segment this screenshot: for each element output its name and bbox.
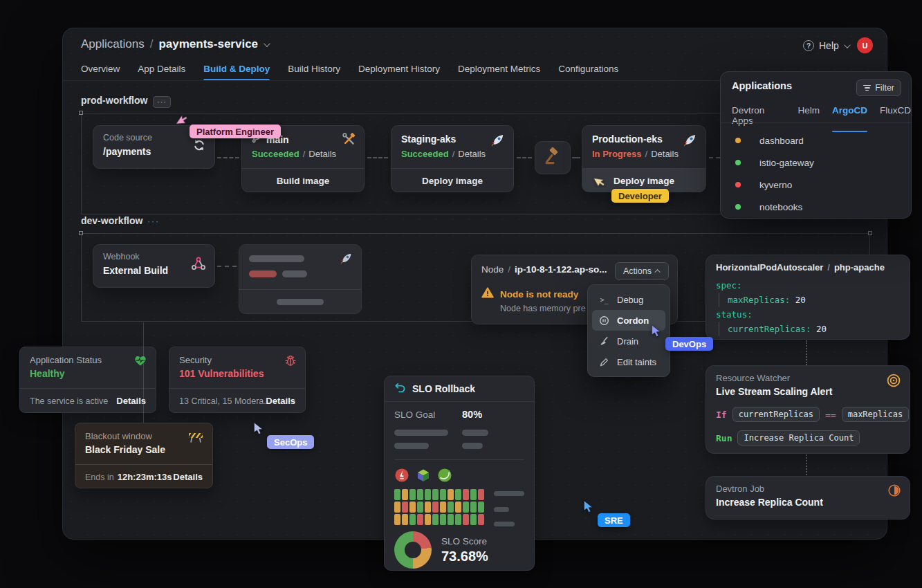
applications-panel-title: Applications [732,80,792,91]
code-source-label: Code source [103,133,152,143]
staging-pipeline-card[interactable]: Staging-aks Succeeded / Details Deploy i… [391,125,514,192]
staging-details-link[interactable]: Details [458,149,486,159]
app-root: Applications / payments-service ? Help U… [0,0,922,588]
yaml-key: status: [716,309,753,320]
divider [239,289,361,290]
pending-pipeline-card[interactable] [239,244,362,314]
tab-bar: Overview App Details Build & Deploy Buil… [81,64,618,81]
tab-deployment-history[interactable]: Deployment History [358,64,440,81]
tab-helm[interactable]: Helm [797,105,820,132]
tab-argocd[interactable]: ArgoCD [832,105,867,132]
progress-moon-icon [887,484,901,500]
details-link[interactable]: Details [173,472,203,482]
card-footer: The service is active Details [20,388,156,413]
connector-line [143,322,144,423]
breadcrumb-app[interactable]: payments-service [158,37,258,51]
tab-fluxcd[interactable]: FluxCD [880,105,911,132]
list-item[interactable]: dashboard [721,129,911,151]
security-footer-text: 13 Critical, 15 Modera... [179,396,266,406]
connector-line [517,157,532,158]
resize-handle[interactable] [79,111,83,115]
avatar[interactable]: U [857,37,873,53]
yaml-key: maxReplicas: [728,295,790,305]
tab-configurations[interactable]: Configurations [558,64,618,81]
list-item[interactable]: kyverno [721,174,911,196]
pause-circle-icon [598,315,610,326]
bug-icon [284,354,297,369]
menu-item-label: Drain [617,336,638,347]
production-details-link[interactable]: Details [651,149,679,159]
devops-cursor [651,324,663,338]
blackout-window-card: Blackout window Black Friday Sale Ends i… [75,423,213,488]
sre-label: SRE [598,513,630,527]
filter-label: Filter [875,83,894,93]
slo-heatmap [394,489,484,525]
blackout-label: Blackout window [85,431,152,441]
slo-card-header: SLO Rollback [385,376,534,402]
skeleton-bar [249,270,277,277]
application-status-label: Application Status [30,355,102,365]
staging-deploy-image-button[interactable]: Deploy image [391,168,513,192]
filter-button[interactable]: Filter [856,80,901,96]
resize-handle[interactable] [79,231,83,235]
actions-button[interactable]: Actions [615,262,669,280]
barrier-icon [187,430,204,446]
connector-line [572,157,580,158]
dev-workflow-menu-button[interactable]: ··· [147,217,160,226]
menu-item-edit-taints[interactable]: Edit taints [592,351,665,372]
status-dot [735,138,741,143]
resource-name: php-apache [834,262,885,273]
separator: / [827,262,830,273]
tab-app-details[interactable]: App Details [138,64,185,81]
menu-item-debug[interactable]: >_ Debug [592,289,665,310]
webhook-icon [191,256,206,274]
skeleton-bar [494,491,524,496]
warning-title: Node is not ready [500,289,578,300]
connector-line [806,454,807,475]
hammer-wrench-icon [342,133,356,149]
sre-cursor [583,500,595,513]
menu-item-label: Debug [617,295,643,305]
warning-icon [481,287,494,301]
tab-deployment-metrics[interactable]: Deployment Metrics [458,64,540,81]
app-name: notebooks [759,202,802,212]
condition-chip: currentReplicas [732,407,820,422]
divider [394,459,524,460]
hpa-card: HorizontalPodAutoscaler / php-apache spe… [706,255,910,340]
if-keyword: If [716,410,727,420]
help-menu[interactable]: ? Help [803,40,849,51]
prod-workflow-menu-button[interactable]: ··· [153,96,171,108]
webhook-card[interactable]: Webhook External Build [93,244,215,288]
list-item[interactable]: istio-gateway [721,151,911,174]
divider [721,122,911,123]
rocket-icon [340,252,353,267]
tab-build-history[interactable]: Build History [288,64,340,81]
tab-build-deploy[interactable]: Build & Deploy [203,64,270,81]
details-link[interactable]: Details [116,396,146,406]
menu-item-label: Cordon [617,315,649,326]
devtron-job-card: Devtron Job Increase Replica Count [706,476,910,520]
blackout-value: Black Friday Sale [85,444,165,455]
list-item[interactable]: notebooks [721,196,911,218]
platform-engineer-label: Platform Engineer [190,125,281,138]
build-details-link[interactable]: Details [308,149,336,159]
connector-line [806,340,807,365]
tab-devtron-apps[interactable]: Devtron Apps [732,105,785,132]
details-link[interactable]: Details [266,396,295,406]
status-footer-text: The service is active [30,396,108,406]
resource-kind: HorizontalPodAutoscaler [716,262,823,273]
tab-overview[interactable]: Overview [81,64,120,81]
skeleton-bar [249,255,304,262]
skeleton-bar [494,507,509,512]
cube-icon [416,468,431,486]
breadcrumb-section[interactable]: Applications [81,37,145,51]
actions-label: Actions [623,266,652,276]
resize-handle[interactable] [868,231,872,235]
application-status-value: Healthy [30,368,65,379]
connector-line [217,266,237,267]
approval-gate-node[interactable] [535,141,571,174]
build-image-button[interactable]: Build image [242,168,364,192]
yaml-block: spec: maxReplicas: 20 status: currentRep… [716,278,827,336]
condition-chip: maxReplicas [842,407,909,422]
run-chip: Increase Replica Count [737,430,860,445]
